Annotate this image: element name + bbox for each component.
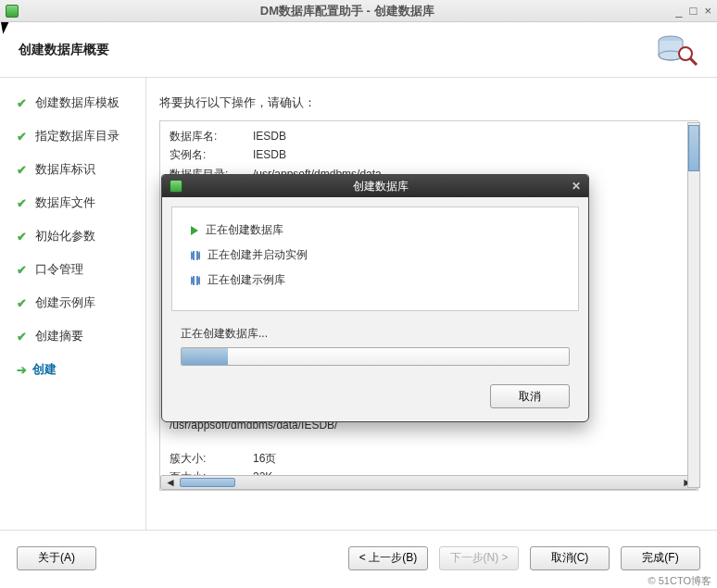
about-button[interactable]: 关于(A) — [17, 546, 96, 570]
arrow-right-icon: ➔ — [17, 363, 27, 377]
sidebar-item-label: 数据库文件 — [35, 194, 95, 211]
cancel-button[interactable]: 取消(C) — [530, 546, 610, 570]
app-icon — [170, 180, 182, 193]
summary-label: 实例名: — [170, 145, 253, 164]
check-icon: ✔ — [17, 196, 30, 209]
svg-line-3 — [690, 58, 697, 65]
check-icon: ✔ — [17, 130, 30, 143]
modal-step-label: 正在创建并启动实例 — [208, 247, 308, 263]
summary-value: IESDB — [253, 145, 688, 164]
check-icon: ✔ — [17, 96, 30, 109]
app-icon — [6, 5, 19, 18]
window-title: DM数据库配置助手 - 创建数据库 — [19, 3, 675, 19]
sidebar-item-label: 创建数据库模板 — [35, 94, 120, 111]
play-icon — [191, 226, 198, 235]
vertical-scrollbar[interactable] — [687, 122, 700, 488]
check-icon: ✔ — [17, 330, 30, 343]
check-icon: ✔ — [17, 230, 30, 243]
check-icon: ✔ — [17, 263, 30, 276]
wizard-footer: 关于(A) < 上一步(B) 下一步(N) > 取消(C) 完成(F) — [0, 530, 717, 585]
confirm-text: 将要执行以下操作，请确认： — [159, 94, 698, 111]
modal-cancel-button[interactable]: 取消 — [490, 384, 570, 408]
horizontal-scrollbar[interactable]: ◄ ► — [160, 475, 698, 490]
sidebar-item-label: 口令管理 — [35, 261, 83, 278]
prev-button[interactable]: < 上一步(B) — [348, 546, 428, 570]
close-icon[interactable]: ✕ — [572, 180, 581, 193]
dialog-titlebar: 创建数据库 ✕ — [162, 175, 588, 197]
summary-value: 16页 — [253, 449, 688, 468]
wizard-header: 创建数据库概要 — [0, 22, 717, 78]
watermark: © 51CTO博客 — [648, 574, 711, 588]
summary-label: 数据库名: — [170, 127, 253, 145]
modal-step-label: 正在创建示例库 — [208, 272, 285, 288]
database-magnify-icon — [654, 31, 698, 69]
close-button[interactable]: × — [704, 4, 711, 18]
modal-step-label: 正在创建数据库 — [206, 222, 283, 238]
check-icon: ✔ — [17, 163, 30, 176]
progress-label: 正在创建数据库... — [181, 326, 570, 342]
finish-button[interactable]: 完成(F) — [621, 546, 700, 570]
sidebar-item-label: 指定数据库目录 — [35, 128, 120, 144]
svg-point-2 — [679, 47, 692, 60]
pending-icon — [191, 276, 200, 285]
sidebar-item-label: 创建 — [32, 361, 57, 378]
progress-dialog: 创建数据库 ✕ 正在创建数据库 正在创建并启动实例 正在创建示例库 正在创建数据… — [161, 174, 589, 422]
page-title: 创建数据库概要 — [19, 42, 109, 58]
maximize-button[interactable]: □ — [690, 4, 698, 18]
sidebar-item-label: 数据库标识 — [35, 161, 95, 178]
summary-value: IESDB — [253, 127, 688, 145]
sidebar-item-label: 创建摘要 — [35, 328, 83, 344]
sidebar-item-label: 初始化参数 — [35, 228, 95, 244]
window-titlebar: DM数据库配置助手 - 创建数据库 _ □ × — [0, 0, 717, 22]
sidebar-item-label: 创建示例库 — [35, 294, 95, 311]
wizard-sidebar: ✔创建数据库模板 ✔指定数据库目录 ✔数据库标识 ✔数据库文件 ✔初始化参数 ✔… — [0, 78, 146, 530]
scrollbar-thumb[interactable] — [688, 125, 699, 171]
progress-bar — [181, 347, 570, 366]
pending-icon — [191, 251, 200, 260]
next-button: 下一步(N) > — [439, 546, 519, 570]
dialog-body: 正在创建数据库 正在创建并启动实例 正在创建示例库 — [171, 206, 579, 311]
summary-label: 簇大小: — [170, 449, 253, 468]
check-icon: ✔ — [17, 296, 30, 309]
minimize-button[interactable]: _ — [675, 4, 682, 18]
progress-fill — [182, 348, 228, 365]
scroll-left-icon[interactable]: ◄ — [165, 473, 176, 491]
dialog-title: 创建数据库 — [190, 179, 572, 194]
scrollbar-thumb[interactable] — [180, 478, 235, 487]
